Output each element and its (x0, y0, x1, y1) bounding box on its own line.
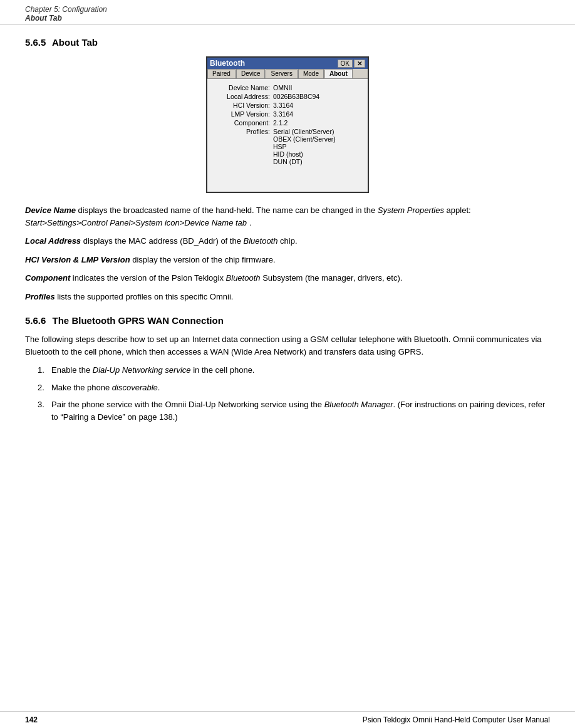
component-row: Component: 2.1.2 (214, 119, 361, 127)
section-565: 5.6.5 About Tab Bluetooth OK ✕ Paired De… (25, 37, 550, 303)
local-address-term: Local Address (25, 236, 81, 246)
step-3-num: 3. (38, 398, 51, 423)
list-item: 2. Make the phone discoverable. (38, 382, 550, 394)
tab-about[interactable]: About (324, 69, 353, 78)
para-device-name-text: displays the broadcasted name of the han… (78, 205, 378, 215)
device-name-row: Device Name: OMNII (214, 84, 361, 91)
para-versions: HCI Version & LMP Version display the ve… (25, 254, 550, 266)
para-local-address: Local Address displays the MAC address (… (25, 235, 550, 247)
bluetooth-title: Bluetooth (210, 59, 245, 68)
section-566-number: 5.6.6 (25, 315, 46, 326)
system-properties-term: System Properties (378, 205, 444, 215)
screenshot-container: Bluetooth OK ✕ Paired Device Servers Mod… (25, 56, 550, 193)
lmp-version-value: 3.3164 (273, 110, 293, 118)
close-button[interactable]: ✕ (354, 60, 365, 68)
bluetooth-manager-term: Bluetooth Manager (324, 400, 393, 409)
para-component: Component indicates the version of the P… (25, 272, 550, 284)
main-content: 5.6.5 About Tab Bluetooth OK ✕ Paired De… (0, 27, 575, 440)
profiles-row: Profiles: Serial (Client/Server) OBEX (C… (214, 128, 361, 165)
section-565-title: About Tab (52, 37, 98, 48)
local-address-label: Local Address: (214, 93, 273, 100)
step-3-content: Pair the phone service with the Omnii Di… (51, 398, 550, 423)
para-versions-text: display the version of the chip firmware… (132, 255, 275, 264)
section-565-number: 5.6.5 (25, 37, 46, 48)
para-device-name-text2: applet: (447, 205, 471, 215)
bluetooth-term-2: Bluetooth (226, 273, 261, 283)
para-profiles: Profiles lists the supported profiles on… (25, 291, 550, 303)
dial-up-term: Dial-Up Networking service (93, 365, 191, 375)
list-item: 3. Pair the phone service with the Omnii… (38, 398, 550, 423)
tab-paired[interactable]: Paired (207, 69, 236, 78)
component-value: 2.1.2 (273, 119, 288, 127)
list-item: 1. Enable the Dial-Up Networking service… (38, 364, 550, 377)
ok-button[interactable]: OK (338, 60, 353, 68)
discoverable-term: discoverable (112, 383, 158, 392)
bluetooth-window: Bluetooth OK ✕ Paired Device Servers Mod… (206, 56, 369, 193)
component-term: Component (25, 273, 70, 283)
step-2-content: Make the phone discoverable. (51, 382, 550, 394)
applet-path: Start>Settings>Control Panel>System icon… (25, 218, 247, 227)
para-component-text: indicates the version of the Psion Teklo… (73, 273, 226, 283)
section-566-heading: 5.6.6 The Bluetooth GPRS WAN Connection (25, 315, 550, 326)
step-1-num: 1. (38, 364, 51, 377)
section-566-title: The Bluetooth GPRS WAN Connection (53, 315, 224, 326)
para-device-name: Device Name displays the broadcasted nam… (25, 204, 550, 229)
component-label: Component: (214, 119, 273, 127)
para-component-end: Subsystem (the manager, drivers, etc). (262, 273, 402, 283)
tab-device[interactable]: Device (236, 69, 266, 78)
step-2-num: 2. (38, 382, 51, 394)
para-local-address-text: displays the MAC address (BD_Addr) of th… (83, 236, 244, 246)
bluetooth-tabs: Paired Device Servers Mode About (207, 69, 368, 79)
local-address-value: 0026B63B8C94 (273, 93, 319, 100)
bluetooth-titlebar: Bluetooth OK ✕ (207, 58, 368, 69)
hci-version-row: HCI Version: 3.3164 (214, 101, 361, 109)
header: Chapter 5: Configuration About Tab (0, 0, 575, 24)
titlebar-buttons: OK ✕ (338, 60, 365, 68)
chapter-label: Chapter 5: Configuration (25, 5, 107, 14)
device-name-term: Device Name (25, 205, 76, 215)
device-name-value: OMNII (273, 84, 292, 91)
breadcrumb: Chapter 5: Configuration About Tab (25, 5, 550, 23)
steps-list: 1. Enable the Dial-Up Networking service… (38, 364, 550, 423)
para-profiles-text: lists the supported profiles on this spe… (57, 292, 233, 301)
page-number: 142 (25, 715, 38, 724)
para-device-name-end: . (249, 218, 252, 227)
tab-mode[interactable]: Mode (298, 69, 324, 78)
lmp-version-label: LMP Version: (214, 110, 273, 118)
para-local-address-end: chip. (280, 236, 297, 246)
profiles-term: Profiles (25, 292, 55, 301)
page-footer: 142 Psion Teklogix Omnii Hand-Held Compu… (0, 711, 575, 728)
section-566: 5.6.6 The Bluetooth GPRS WAN Connection … (25, 315, 550, 423)
tab-servers[interactable]: Servers (266, 69, 297, 78)
local-address-row: Local Address: 0026B63B8C94 (214, 93, 361, 100)
section-565-heading: 5.6.5 About Tab (25, 37, 550, 48)
profiles-value: Serial (Client/Server) OBEX (Client/Serv… (273, 128, 336, 165)
section-label: About Tab (25, 14, 62, 23)
book-title: Psion Teklogix Omnii Hand-Held Computer … (363, 715, 550, 724)
bluetooth-about-content: Device Name: OMNII Local Address: 0026B6… (207, 79, 368, 192)
section-566-intro: The following steps describe how to set … (25, 333, 550, 358)
step-1-content: Enable the Dial-Up Networking service in… (51, 364, 550, 377)
profiles-label: Profiles: (214, 128, 273, 165)
hci-version-value: 3.3164 (273, 101, 293, 109)
versions-term: HCI Version & LMP Version (25, 255, 130, 264)
hci-version-label: HCI Version: (214, 101, 273, 109)
device-name-label: Device Name: (214, 84, 273, 91)
lmp-version-row: LMP Version: 3.3164 (214, 110, 361, 118)
bluetooth-term-1: Bluetooth (244, 236, 278, 246)
